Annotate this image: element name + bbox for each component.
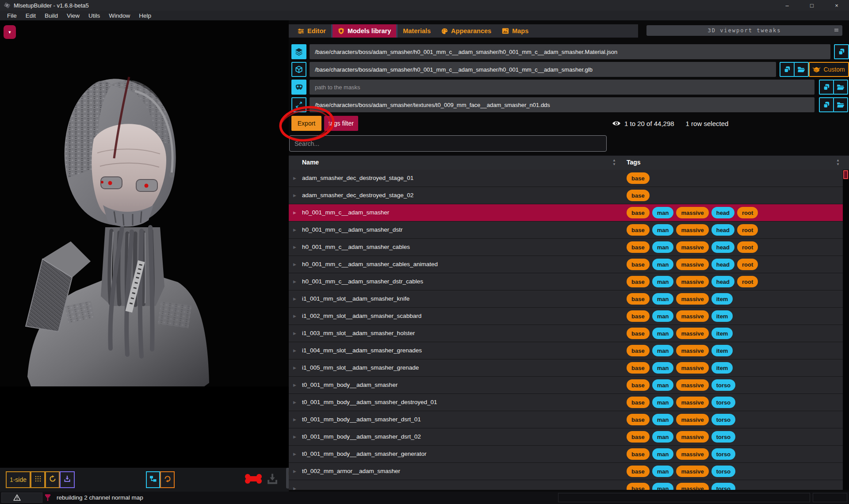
browse-dds-button[interactable] <box>833 97 848 112</box>
status-cell <box>558 493 810 502</box>
tab-materials[interactable]: Materials <box>398 24 436 38</box>
minimize-button[interactable]: – <box>775 0 799 11</box>
scrollbar-thumb[interactable] <box>843 170 848 179</box>
row-expand-icon[interactable]: ▶ <box>293 486 296 490</box>
pose-import-button[interactable] <box>60 471 75 488</box>
table-row[interactable]: ▶h0_001_mm_c__adam_smasher_dstrbasemanma… <box>289 221 843 239</box>
table-row[interactable]: ▶i1_002_mm_slot__adam_smasher_scabbardba… <box>289 308 843 325</box>
row-expand-icon[interactable]: ▶ <box>293 383 296 387</box>
menu-item-help[interactable]: Help <box>134 12 156 19</box>
viewport-tweaks-select[interactable]: 3D viewport tweaks <box>646 25 842 36</box>
tag-pill: torso <box>711 466 736 477</box>
sort-icon[interactable]: ▲▼ <box>612 158 616 167</box>
table-row[interactable]: ▶t0_001_mm_body__adam_smasher_destroyed_… <box>289 394 843 411</box>
warnings-cell[interactable] <box>1 493 42 503</box>
row-expand-icon[interactable]: ▶ <box>293 469 296 473</box>
table-row[interactable]: ▶t0_001_mm_body__adam_smasher_dsrt_01bas… <box>289 411 843 428</box>
row-expand-icon[interactable]: ▶ <box>293 193 296 198</box>
table-row[interactable]: ▶t0_001_mm_body__adam_smasher_dsrt_02bas… <box>289 428 843 446</box>
row-expand-icon[interactable]: ▶ <box>293 348 296 353</box>
tag-pill: base <box>627 224 650 236</box>
sort-icon[interactable]: ▲▼ <box>836 158 840 167</box>
table-row[interactable]: ▶i1_004_mm_slot__adam_smasher_grenadesba… <box>289 342 843 359</box>
menu-item-edit[interactable]: Edit <box>21 12 40 19</box>
menu-item-view[interactable]: View <box>62 12 84 19</box>
row-expand-icon[interactable]: ▶ <box>293 452 296 456</box>
table-row[interactable]: ▶adam_smasher_dec_destroyed_stage_02base <box>289 187 843 204</box>
table-row[interactable]: ▶adam_smasher_dec_destroyed_stage_01base <box>289 170 843 187</box>
tag-pill: root <box>737 259 758 270</box>
row-expand-icon[interactable]: ▶ <box>293 331 296 336</box>
menu-item-window[interactable]: Window <box>104 12 134 19</box>
custom-glb-button[interactable]: Custom <box>809 62 849 77</box>
dds-path-input[interactable] <box>310 97 815 112</box>
row-expand-icon[interactable]: ▶ <box>293 176 296 180</box>
table-row[interactable]: ▶i1_001_mm_slot__adam_smasher_knifebasem… <box>289 290 843 308</box>
row-expand-icon[interactable]: ▶ <box>293 435 296 439</box>
row-expand-icon[interactable]: ▶ <box>293 245 296 249</box>
refresh-view-button[interactable] <box>160 471 175 488</box>
row-expand-icon[interactable]: ▶ <box>293 262 296 267</box>
tab-maps[interactable]: Maps <box>497 24 534 38</box>
row-expand-icon[interactable]: ▶ <box>293 314 296 318</box>
select-caret-icon <box>834 29 838 32</box>
skeleton-toggle-button[interactable] <box>243 471 264 488</box>
table-row[interactable]: ▶h0_001_mm_c__adam_smasher_cablesbaseman… <box>289 239 843 256</box>
table-row[interactable]: ▶t0_001_mm_body__adam_smasher_generatorb… <box>289 446 843 463</box>
export-button[interactable]: Export <box>291 116 321 131</box>
column-header-tags[interactable]: Tags <box>627 159 641 166</box>
tags-filter-button[interactable]: tags filter <box>324 116 358 131</box>
tab-appearances[interactable]: Appearances <box>436 24 497 38</box>
browse-masks-button[interactable] <box>833 80 848 95</box>
table-row[interactable]: ▶i1_003_mm_slot__adam_smasher_holsterbas… <box>289 325 843 342</box>
row-expand-icon[interactable]: ▶ <box>293 297 296 301</box>
table-row[interactable]: ▶i1_005_mm_slot__adam_smasher_grenadebas… <box>289 359 843 377</box>
masks-path-input[interactable] <box>310 80 815 95</box>
row-expand-icon[interactable]: ▶ <box>293 417 296 422</box>
browse-glb-button[interactable] <box>794 62 809 77</box>
row-expand-icon[interactable]: ▶ <box>293 400 296 405</box>
menu-item-build[interactable]: Build <box>40 12 62 19</box>
glb-path-input[interactable] <box>310 62 776 77</box>
tab-editor[interactable]: Editor <box>292 24 331 38</box>
tag-pill: base <box>627 379 650 391</box>
copy-dds-path-button[interactable] <box>819 97 834 112</box>
copy-masks-path-button[interactable] <box>819 80 834 95</box>
import-mesh-button[interactable] <box>264 471 280 488</box>
tag-pill: man <box>652 483 674 490</box>
tag-pill: man <box>652 431 674 443</box>
tag-pill: man <box>652 293 674 305</box>
row-expand-icon[interactable]: ▶ <box>293 366 296 370</box>
maximize-button[interactable]: □ <box>799 0 824 11</box>
menu-item-utils[interactable]: Utils <box>84 12 104 19</box>
reload-model-button[interactable] <box>45 471 60 488</box>
3d-viewport[interactable]: ▼ <box>0 20 289 468</box>
copy-material-path-button[interactable] <box>834 44 849 59</box>
table-row[interactable]: ▶t0_002_mm_armor__adam_smasherbasemanmas… <box>289 463 843 480</box>
table-row[interactable]: ▶h0_001_mm_c__adam_smasherbasemanmassive… <box>289 204 843 221</box>
tag-pill: massive <box>676 207 708 218</box>
copy-icon <box>822 83 830 91</box>
tag-pill: massive <box>676 414 708 425</box>
table-row[interactable]: ▶basemanmassivetorso <box>289 480 843 490</box>
tag-list: basemanmassiveitem <box>627 310 733 322</box>
menu-item-file[interactable]: File <box>3 12 21 19</box>
viewport-dropdown-toggle[interactable]: ▼ <box>4 25 16 39</box>
copy-glb-path-button[interactable] <box>780 62 795 77</box>
close-button[interactable]: × <box>824 0 849 11</box>
table-scrollbar[interactable] <box>843 170 849 490</box>
model-name: h0_001_mm_c__adam_smasher_cables <box>302 244 410 250</box>
side-mode-button[interactable]: 1-side <box>6 471 31 488</box>
hierarchy-button[interactable] <box>146 471 160 488</box>
material-json-path-input[interactable] <box>310 44 830 59</box>
table-row[interactable]: ▶h0_001_mm_c__adam_smasher_dstr_cablesba… <box>289 273 843 290</box>
row-expand-icon[interactable]: ▶ <box>293 210 296 215</box>
table-row[interactable]: ▶t0_001_mm_body__adam_smasherbasemanmass… <box>289 377 843 394</box>
column-header-name[interactable]: Name <box>302 159 319 166</box>
wireframe-grid-button[interactable] <box>31 471 45 488</box>
tab-models-library[interactable]: Models library <box>331 24 398 38</box>
row-expand-icon[interactable]: ▶ <box>293 228 296 232</box>
table-row[interactable]: ▶h0_001_mm_c__adam_smasher_cables_animat… <box>289 256 843 273</box>
search-input[interactable] <box>289 135 607 152</box>
row-expand-icon[interactable]: ▶ <box>293 279 296 284</box>
